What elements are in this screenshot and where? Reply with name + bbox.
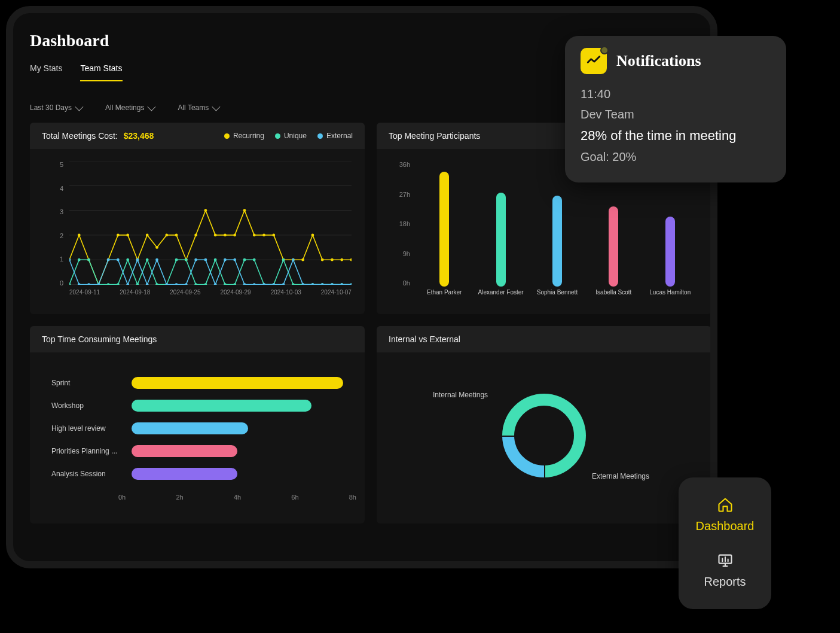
- svg-point-42: [126, 258, 129, 261]
- donut-ring: [502, 394, 586, 477]
- svg-point-11: [117, 234, 120, 237]
- hbar-label: Sprint: [51, 379, 123, 387]
- notification-title: Notifications: [616, 52, 701, 70]
- notification-card[interactable]: Notifications 11:40 Dev Team 28% of the …: [565, 36, 786, 182]
- svg-point-66: [69, 258, 71, 261]
- svg-point-90: [301, 283, 304, 284]
- svg-point-31: [311, 234, 314, 237]
- card-time-consuming: Top Time Consuming Meetings SprintWorksh…: [30, 326, 365, 524]
- svg-point-25: [253, 234, 256, 237]
- svg-point-14: [146, 234, 149, 237]
- hbar-track: [132, 468, 343, 480]
- hbar-label: High level review: [51, 424, 123, 433]
- svg-point-81: [214, 283, 217, 284]
- svg-point-73: [136, 258, 139, 261]
- y-tick: 27h: [385, 191, 414, 198]
- home-icon: [717, 497, 734, 513]
- svg-point-69: [97, 283, 100, 284]
- hbar-row: Workshop: [51, 394, 343, 417]
- filter-date-range[interactable]: Last 30 Days: [30, 104, 81, 112]
- y-tick: 9h: [385, 250, 414, 257]
- svg-point-27: [272, 234, 275, 237]
- x-tick: 6h: [291, 494, 298, 501]
- notification-time: 11:40: [581, 84, 771, 104]
- svg-point-33: [331, 258, 334, 261]
- hbar-label: Workshop: [51, 401, 123, 410]
- chevron-down-icon: [212, 103, 221, 111]
- card-title: Internal vs External: [389, 334, 460, 344]
- x-tick: 4h: [234, 494, 241, 501]
- svg-point-38: [87, 258, 90, 261]
- svg-point-16: [165, 234, 168, 237]
- svg-point-93: [331, 283, 334, 284]
- hbar-track: [132, 445, 343, 457]
- filter-meeting-type[interactable]: All Meetings: [105, 104, 154, 112]
- legend: Recurring Unique External: [224, 132, 353, 140]
- presentation-icon: [717, 552, 734, 569]
- x-tick: 2024-09-29: [220, 289, 251, 307]
- svg-point-80: [204, 258, 207, 261]
- svg-point-48: [185, 258, 188, 261]
- svg-point-54: [243, 258, 246, 261]
- svg-point-89: [292, 258, 295, 261]
- filter-meeting-type-label: All Meetings: [105, 104, 144, 112]
- svg-point-52: [224, 283, 227, 284]
- hbar-label: Priorities Planning ...: [51, 447, 123, 455]
- nav-item-dashboard[interactable]: Dashboard: [685, 492, 765, 547]
- card-internal-external: Internal vs External Internal Meetings E…: [377, 326, 711, 524]
- svg-point-36: [69, 283, 71, 284]
- legend-item-external: External: [317, 132, 353, 140]
- card-body: 5 4 3 2 1 0 2024-09-11 2024-09-18 2024-0…: [30, 149, 365, 314]
- hbar: [132, 445, 237, 457]
- tab-my-stats[interactable]: My Stats: [30, 63, 62, 81]
- svg-point-87: [272, 283, 275, 284]
- legend-label: Recurring: [233, 132, 264, 140]
- x-tick: 2024-09-11: [69, 289, 100, 307]
- x-tick: Sophia Bennett: [532, 289, 582, 307]
- svg-point-44: [146, 258, 149, 261]
- hbar-track: [132, 400, 343, 412]
- hbar-label: Analysis Session: [51, 470, 123, 478]
- bar: [609, 206, 618, 287]
- svg-point-77: [175, 283, 178, 284]
- x-axis: Ethan Parker Alexander Foster Sophia Ben…: [416, 289, 698, 307]
- line-plot-svg: [69, 161, 352, 285]
- legend-item-recurring: Recurring: [224, 132, 264, 140]
- bar: [665, 217, 675, 287]
- x-tick: 0h: [118, 494, 126, 501]
- svg-point-68: [87, 283, 90, 284]
- svg-point-88: [282, 283, 285, 284]
- y-tick: 18h: [385, 220, 414, 227]
- card-title: Top Meeting Participants: [389, 131, 480, 141]
- x-tick: 8h: [349, 494, 356, 501]
- svg-point-50: [204, 283, 207, 284]
- svg-point-84: [243, 283, 246, 284]
- hbar-row: Analysis Session: [51, 462, 343, 485]
- x-axis: 2024-09-11 2024-09-18 2024-09-25 2024-09…: [69, 289, 352, 307]
- tab-team-stats[interactable]: Team Stats: [80, 63, 122, 81]
- svg-point-70: [107, 258, 110, 261]
- card-header: Total Meetings Cost: $23,468 Recurring U…: [30, 123, 365, 149]
- nav-item-reports[interactable]: Reports: [685, 547, 765, 603]
- x-tick: 2024-10-07: [321, 289, 352, 307]
- donut-label-external: External Meetings: [592, 472, 649, 480]
- bar: [496, 193, 506, 287]
- card-title: Top Time Consuming Meetings: [42, 334, 157, 344]
- x-tick: Ethan Parker: [419, 289, 469, 307]
- svg-point-40: [107, 283, 110, 284]
- svg-point-7: [78, 234, 81, 237]
- mini-nav: Dashboard Reports: [679, 477, 771, 609]
- card-body: SprintWorkshopHigh level reviewPrioritie…: [30, 352, 365, 510]
- x-axis: 0h 2h 4h 6h 8h: [118, 489, 356, 503]
- filter-teams[interactable]: All Teams: [178, 104, 218, 112]
- nav-item-label: Reports: [704, 575, 746, 588]
- legend-dot-icon: [224, 133, 230, 139]
- bar: [552, 196, 562, 287]
- svg-point-59: [292, 283, 295, 284]
- y-tick: 5: [38, 161, 67, 168]
- svg-point-41: [117, 283, 120, 284]
- svg-point-17: [175, 234, 178, 237]
- hbar-row: High level review: [51, 417, 343, 440]
- svg-point-15: [155, 246, 158, 249]
- notification-message: 28% of the time in meeting: [581, 126, 771, 145]
